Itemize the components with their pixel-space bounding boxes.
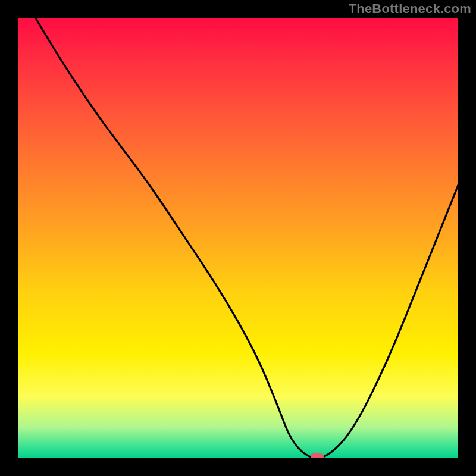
plot-area — [18, 18, 458, 458]
optimal-point-marker — [311, 453, 324, 458]
chart-figure: TheBottleneck.com — [0, 0, 476, 476]
watermark-text: TheBottleneck.com — [349, 1, 471, 17]
bottleneck-curve — [18, 18, 458, 458]
